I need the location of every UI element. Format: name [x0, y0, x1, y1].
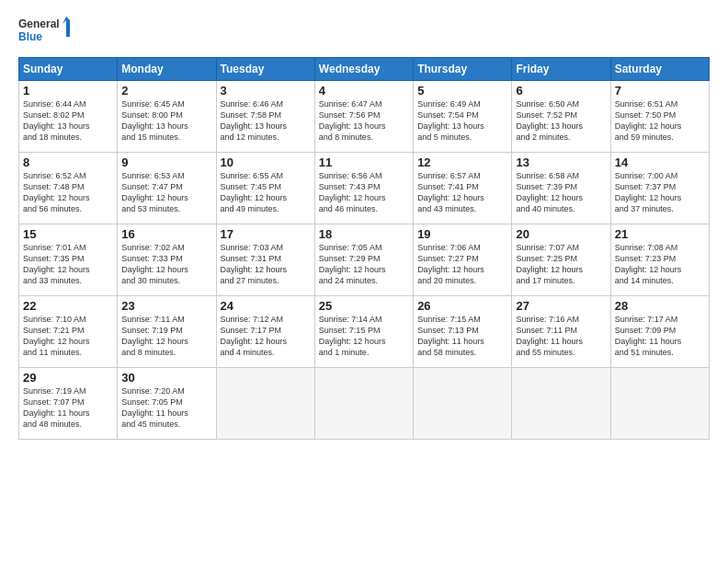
day-info: Sunrise: 7:15 AM Sunset: 7:13 PM Dayligh… [417, 314, 507, 359]
day-info: Sunrise: 7:11 AM Sunset: 7:19 PM Dayligh… [121, 314, 211, 359]
day-info: Sunrise: 6:58 AM Sunset: 7:39 PM Dayligh… [516, 170, 606, 215]
day-info: Sunrise: 7:01 AM Sunset: 7:35 PM Dayligh… [23, 242, 113, 287]
calendar-cell: 3Sunrise: 6:46 AM Sunset: 7:58 PM Daylig… [216, 81, 314, 153]
day-info: Sunrise: 7:00 AM Sunset: 7:37 PM Dayligh… [615, 170, 705, 215]
day-number: 25 [319, 299, 409, 313]
calendar-week-5: 29Sunrise: 7:19 AM Sunset: 7:07 PM Dayli… [19, 368, 710, 440]
day-number: 22 [23, 299, 113, 313]
calendar-week-1: 1Sunrise: 6:44 AM Sunset: 8:02 PM Daylig… [19, 81, 710, 153]
day-info: Sunrise: 6:47 AM Sunset: 7:56 PM Dayligh… [319, 98, 409, 144]
svg-text:Blue: Blue [18, 30, 42, 43]
calendar-cell: 26Sunrise: 7:15 AM Sunset: 7:13 PM Dayli… [414, 296, 512, 368]
day-number: 30 [121, 371, 211, 385]
day-number: 2 [121, 84, 211, 98]
day-info: Sunrise: 6:44 AM Sunset: 8:02 PM Dayligh… [23, 98, 113, 144]
svg-text:General: General [18, 17, 60, 30]
day-info: Sunrise: 6:46 AM Sunset: 7:58 PM Dayligh… [221, 98, 311, 144]
calendar-cell [512, 368, 610, 440]
calendar-cell: 18Sunrise: 7:05 AM Sunset: 7:29 PM Dayli… [314, 224, 413, 296]
calendar-cell: 2Sunrise: 6:45 AM Sunset: 8:00 PM Daylig… [118, 81, 216, 153]
calendar-cell: 29Sunrise: 7:19 AM Sunset: 7:07 PM Dayli… [19, 368, 118, 440]
calendar-cell: 7Sunrise: 6:51 AM Sunset: 7:50 PM Daylig… [610, 81, 709, 153]
day-info: Sunrise: 7:14 AM Sunset: 7:15 PM Dayligh… [319, 314, 409, 359]
weekday-header-friday: Friday [512, 58, 610, 81]
day-number: 4 [319, 84, 409, 98]
day-info: Sunrise: 7:06 AM Sunset: 7:27 PM Dayligh… [417, 242, 507, 287]
calendar-cell: 10Sunrise: 6:55 AM Sunset: 7:45 PM Dayli… [216, 153, 314, 224]
logo-svg: General Blue [18, 15, 74, 48]
calendar-cell: 21Sunrise: 7:08 AM Sunset: 7:23 PM Dayli… [610, 224, 709, 296]
day-info: Sunrise: 6:45 AM Sunset: 8:00 PM Dayligh… [121, 98, 211, 144]
day-number: 20 [516, 227, 606, 241]
weekday-header-wednesday: Wednesday [314, 58, 413, 81]
calendar-cell: 9Sunrise: 6:53 AM Sunset: 7:47 PM Daylig… [118, 153, 216, 224]
day-number: 13 [516, 155, 606, 169]
day-number: 19 [417, 227, 507, 241]
day-number: 15 [23, 227, 113, 241]
calendar-cell: 4Sunrise: 6:47 AM Sunset: 7:56 PM Daylig… [314, 81, 413, 153]
calendar-cell: 28Sunrise: 7:17 AM Sunset: 7:09 PM Dayli… [610, 296, 709, 368]
day-number: 27 [516, 299, 606, 313]
calendar-cell: 30Sunrise: 7:20 AM Sunset: 7:05 PM Dayli… [118, 368, 216, 440]
day-info: Sunrise: 6:51 AM Sunset: 7:50 PM Dayligh… [615, 98, 705, 144]
day-info: Sunrise: 7:16 AM Sunset: 7:11 PM Dayligh… [516, 314, 606, 359]
day-number: 3 [221, 84, 311, 98]
day-number: 23 [121, 299, 211, 313]
day-number: 7 [615, 84, 705, 98]
day-number: 10 [221, 155, 311, 169]
day-info: Sunrise: 7:02 AM Sunset: 7:33 PM Dayligh… [121, 242, 211, 287]
day-number: 6 [516, 84, 606, 98]
calendar-cell: 16Sunrise: 7:02 AM Sunset: 7:33 PM Dayli… [118, 224, 216, 296]
calendar-week-4: 22Sunrise: 7:10 AM Sunset: 7:21 PM Dayli… [19, 296, 710, 368]
calendar-cell [414, 368, 512, 440]
svg-marker-2 [63, 17, 74, 37]
page-header: General Blue [18, 15, 710, 48]
calendar-cell: 11Sunrise: 6:56 AM Sunset: 7:43 PM Dayli… [314, 153, 413, 224]
day-info: Sunrise: 7:19 AM Sunset: 7:07 PM Dayligh… [23, 385, 113, 431]
day-info: Sunrise: 7:10 AM Sunset: 7:21 PM Dayligh… [23, 314, 113, 359]
calendar-cell: 13Sunrise: 6:58 AM Sunset: 7:39 PM Dayli… [512, 153, 610, 224]
day-info: Sunrise: 7:05 AM Sunset: 7:29 PM Dayligh… [319, 242, 409, 287]
calendar-cell: 22Sunrise: 7:10 AM Sunset: 7:21 PM Dayli… [19, 296, 118, 368]
day-number: 9 [121, 155, 211, 169]
day-info: Sunrise: 7:08 AM Sunset: 7:23 PM Dayligh… [615, 242, 705, 287]
day-number: 1 [23, 84, 113, 98]
weekday-header-tuesday: Tuesday [216, 58, 314, 81]
day-info: Sunrise: 6:57 AM Sunset: 7:41 PM Dayligh… [417, 170, 507, 215]
calendar-week-2: 8Sunrise: 6:52 AM Sunset: 7:48 PM Daylig… [19, 153, 710, 224]
day-info: Sunrise: 6:50 AM Sunset: 7:52 PM Dayligh… [516, 98, 606, 144]
day-info: Sunrise: 6:53 AM Sunset: 7:47 PM Dayligh… [121, 170, 211, 215]
day-number: 18 [319, 227, 409, 241]
day-number: 17 [221, 227, 311, 241]
calendar-cell: 1Sunrise: 6:44 AM Sunset: 8:02 PM Daylig… [19, 81, 118, 153]
calendar-header-row: SundayMondayTuesdayWednesdayThursdayFrid… [19, 58, 710, 81]
day-number: 29 [23, 371, 113, 385]
calendar-cell: 14Sunrise: 7:00 AM Sunset: 7:37 PM Dayli… [610, 153, 709, 224]
weekday-header-saturday: Saturday [610, 58, 709, 81]
day-number: 26 [417, 299, 507, 313]
calendar-week-3: 15Sunrise: 7:01 AM Sunset: 7:35 PM Dayli… [19, 224, 710, 296]
day-info: Sunrise: 6:56 AM Sunset: 7:43 PM Dayligh… [319, 170, 409, 215]
day-number: 11 [319, 155, 409, 169]
day-info: Sunrise: 7:12 AM Sunset: 7:17 PM Dayligh… [221, 314, 311, 359]
calendar-cell: 6Sunrise: 6:50 AM Sunset: 7:52 PM Daylig… [512, 81, 610, 153]
weekday-header-sunday: Sunday [19, 58, 118, 81]
day-number: 14 [615, 155, 705, 169]
calendar-cell: 23Sunrise: 7:11 AM Sunset: 7:19 PM Dayli… [118, 296, 216, 368]
weekday-header-monday: Monday [118, 58, 216, 81]
day-number: 8 [23, 155, 113, 169]
calendar-cell: 24Sunrise: 7:12 AM Sunset: 7:17 PM Dayli… [216, 296, 314, 368]
calendar-cell: 8Sunrise: 6:52 AM Sunset: 7:48 PM Daylig… [19, 153, 118, 224]
calendar-cell: 15Sunrise: 7:01 AM Sunset: 7:35 PM Dayli… [19, 224, 118, 296]
day-number: 24 [221, 299, 311, 313]
day-number: 5 [417, 84, 507, 98]
logo: General Blue [18, 15, 74, 48]
calendar-cell: 20Sunrise: 7:07 AM Sunset: 7:25 PM Dayli… [512, 224, 610, 296]
calendar-cell: 25Sunrise: 7:14 AM Sunset: 7:15 PM Dayli… [314, 296, 413, 368]
calendar-cell: 19Sunrise: 7:06 AM Sunset: 7:27 PM Dayli… [414, 224, 512, 296]
calendar-cell [610, 368, 709, 440]
calendar-table: SundayMondayTuesdayWednesdayThursdayFrid… [18, 57, 710, 440]
day-info: Sunrise: 6:49 AM Sunset: 7:54 PM Dayligh… [417, 98, 507, 144]
calendar-cell [216, 368, 314, 440]
day-info: Sunrise: 7:07 AM Sunset: 7:25 PM Dayligh… [516, 242, 606, 287]
